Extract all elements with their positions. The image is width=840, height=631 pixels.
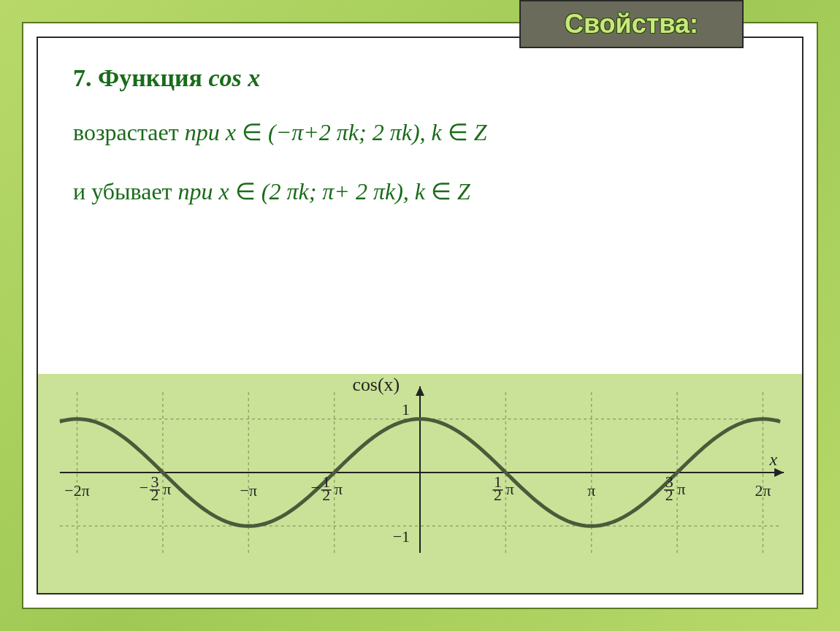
svg-text:π: π [335, 480, 343, 498]
svg-text:−: − [140, 478, 148, 497]
cosine-chart: −2π−32π−π−12π12ππ32π2π−11cos(x)x [38, 374, 802, 593]
line1-in: ∈ [242, 119, 268, 145]
heading-prefix: 7. Функция [73, 64, 208, 91]
svg-marker-11 [774, 468, 784, 477]
header-badge: Свойства: [519, 0, 744, 48]
line2-word: и убывает [73, 178, 178, 204]
svg-text:x: x [769, 450, 778, 469]
line1-word: возрастает [73, 119, 185, 145]
svg-text:cos(x): cos(x) [352, 374, 400, 395]
line2-expr: (2 πk; π+ 2 πk), k [261, 178, 431, 204]
outer-frame: Свойства: 7. Функция cos x возрастает пр… [22, 22, 818, 609]
svg-text:π: π [506, 480, 514, 498]
svg-text:1: 1 [402, 400, 410, 418]
svg-text:2: 2 [665, 486, 673, 504]
heading-func: cos x [208, 64, 260, 91]
decreasing-line: и убывает при x ∈ (2 πk; π+ 2 πk), k ∈ Z [73, 173, 767, 210]
svg-text:2: 2 [150, 486, 159, 504]
svg-text:π: π [587, 481, 595, 500]
line2-set: Z [457, 178, 470, 204]
line1-pri: при x [185, 119, 242, 145]
svg-text:−π: −π [240, 481, 257, 500]
line2-in: ∈ [235, 178, 261, 204]
svg-text:2: 2 [322, 486, 330, 504]
line1-in2: ∈ [448, 119, 474, 145]
svg-text:2: 2 [494, 486, 502, 504]
line1-set: Z [474, 119, 487, 145]
inner-frame: Свойства: 7. Функция cos x возрастает пр… [37, 37, 803, 594]
svg-text:−2π: −2π [64, 481, 89, 500]
slide-content: 7. Функция cos x возрастает при x ∈ (−π+… [38, 38, 802, 254]
svg-text:−1: −1 [393, 527, 410, 546]
line1-expr: (−π+2 πk; 2 πk), k [268, 119, 448, 145]
svg-text:π: π [678, 480, 686, 498]
svg-marker-13 [416, 386, 424, 396]
header-title: Свойства: [565, 9, 698, 39]
line2-pri: при x [178, 178, 235, 204]
svg-text:2π: 2π [755, 481, 771, 500]
svg-text:−: − [311, 478, 320, 497]
increasing-line: возрастает при x ∈ (−π+2 πk; 2 πk), k ∈ … [73, 114, 767, 151]
cosine-plot-svg: −2π−32π−π−12π12ππ32π2π−11cos(x)x [38, 374, 802, 593]
line2-in2: ∈ [431, 178, 457, 204]
property-heading: 7. Функция cos x [73, 64, 767, 92]
svg-text:π: π [163, 480, 171, 498]
